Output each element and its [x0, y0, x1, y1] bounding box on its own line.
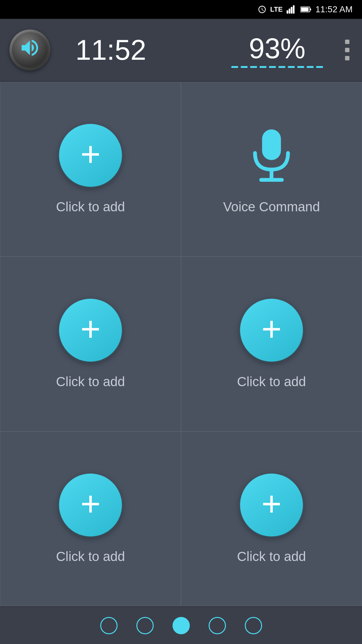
app-logo [9, 30, 50, 70]
nav-dot-5[interactable] [245, 617, 262, 634]
add-circle-4: + [240, 299, 303, 362]
lte-indicator: LTE [270, 5, 283, 14]
alarm-icon [258, 5, 266, 14]
svg-rect-7 [262, 130, 281, 160]
grid-cell-voice[interactable]: Voice Command [181, 82, 362, 257]
battery-icon [300, 5, 312, 14]
svg-rect-2 [291, 7, 292, 14]
battery-dot-3 [250, 66, 257, 68]
plus-icon-4: + [261, 312, 282, 346]
battery-dot-8 [297, 66, 304, 68]
speaker-icon [19, 37, 41, 63]
status-icons: LTE 11:52 AM [258, 4, 353, 14]
battery-percentage: 93% [249, 32, 305, 65]
add-circle-3: + [59, 299, 122, 362]
plus-icon-6: + [261, 486, 282, 521]
battery-dot-9 [307, 66, 314, 68]
nav-dot-3[interactable] [173, 617, 190, 634]
menu-dot-2 [345, 48, 349, 52]
status-time: 11:52 AM [315, 4, 353, 14]
bottom-navigation [0, 606, 362, 644]
app-header: 11:52 93% [0, 19, 362, 82]
grid-cell-4[interactable]: + Click to add [181, 257, 362, 431]
nav-dot-4[interactable] [209, 617, 226, 634]
grid-cell-1[interactable]: + Click to add [0, 82, 181, 257]
add-circle-6: + [240, 474, 303, 536]
voice-command-label: Voice Command [223, 199, 320, 214]
cell-3-label: Click to add [56, 374, 125, 389]
cell-4-label: Click to add [237, 374, 306, 389]
cell-6-label: Click to add [237, 549, 306, 564]
svg-rect-3 [293, 5, 294, 14]
nav-dot-1[interactable] [100, 617, 118, 634]
signal-icon [287, 5, 297, 14]
add-circle-5: + [59, 474, 122, 536]
menu-dot-3 [345, 56, 349, 60]
grid-cell-5[interactable]: + Click to add [0, 431, 181, 606]
battery-dot-4 [260, 66, 266, 68]
nav-dot-2[interactable] [136, 617, 154, 634]
grid-cell-3[interactable]: + Click to add [0, 257, 181, 431]
battery-indicator [231, 66, 323, 68]
shortcut-grid: + Click to add Voice Command + Click to … [0, 82, 362, 606]
svg-rect-6 [301, 8, 309, 11]
cell-1-label: Click to add [56, 199, 125, 214]
battery-dot-1 [231, 66, 238, 68]
plus-icon-5: + [80, 486, 101, 521]
svg-rect-0 [287, 10, 288, 14]
header-clock: 11:52 [75, 34, 231, 66]
status-bar: LTE 11:52 AM [0, 0, 362, 19]
battery-dot-5 [269, 66, 276, 68]
battery-dot-10 [316, 66, 323, 68]
microphone-icon [246, 127, 297, 184]
svg-rect-1 [288, 8, 290, 14]
add-circle-1: + [59, 124, 122, 187]
grid-cell-6[interactable]: + Click to add [181, 431, 362, 606]
battery-dot-6 [278, 66, 285, 68]
plus-icon-3: + [80, 312, 101, 346]
battery-section: 93% [231, 32, 323, 68]
menu-dot-1 [345, 40, 349, 44]
battery-dot-7 [288, 66, 295, 68]
more-options-button[interactable] [342, 36, 353, 64]
mic-container [240, 124, 303, 187]
battery-dot-2 [241, 66, 248, 68]
cell-5-label: Click to add [56, 549, 125, 564]
plus-icon-1: + [80, 137, 101, 171]
svg-rect-5 [310, 8, 311, 10]
